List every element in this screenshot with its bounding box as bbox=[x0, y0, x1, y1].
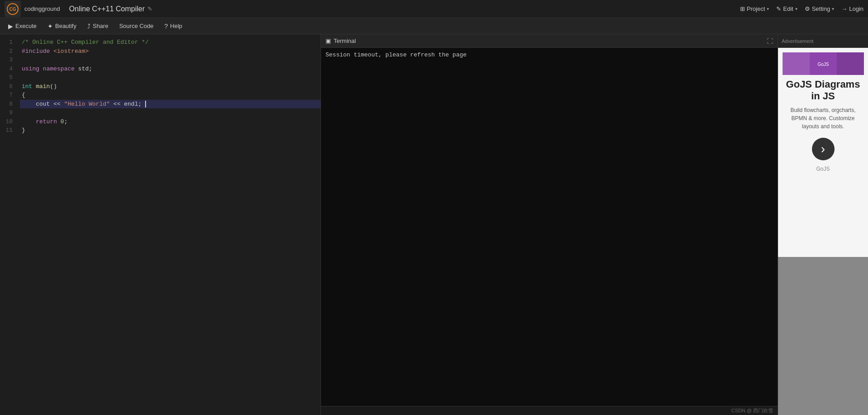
logo-area: CG codingground bbox=[5, 1, 60, 17]
terminal-pane: ▣ Terminal ⛶ Session timeout, please ref… bbox=[321, 34, 778, 415]
setting-gear-icon: ⚙ bbox=[805, 5, 810, 12]
ad-header-label: Advertisement bbox=[782, 38, 813, 44]
nav-item-project[interactable]: ⊞ Project ▾ bbox=[740, 5, 769, 12]
edit-chevron-icon: ▾ bbox=[795, 6, 797, 11]
ad-description-text: Build flowcharts, orgcharts, BPMN & more… bbox=[783, 106, 863, 131]
terminal-text: Terminal bbox=[334, 37, 356, 44]
main-area: 1234567891011 /* Online C++ Compiler and… bbox=[0, 34, 868, 415]
nav-setting-label: Setting bbox=[812, 5, 830, 12]
code-line: /* Online C++ Compiler and Editor */ bbox=[20, 38, 321, 47]
code-line bbox=[20, 108, 321, 117]
ad-title-text: GoJS Diagrams in JS bbox=[783, 79, 863, 103]
line-numbers: 1234567891011 bbox=[0, 34, 18, 415]
topbar: CG codingground Online C++11 Compiler ✎ … bbox=[0, 0, 868, 18]
terminal-icon: ▣ bbox=[326, 37, 331, 44]
help-label: Help bbox=[170, 23, 182, 29]
login-arrow-icon: → bbox=[841, 5, 847, 12]
editor-pane: 1234567891011 /* Online C++ Compiler and… bbox=[0, 34, 321, 415]
setting-chevron-icon: ▾ bbox=[832, 6, 834, 11]
ad-footer-label: GoJS bbox=[816, 166, 830, 172]
terminal-body: Session timeout, please refresh the page bbox=[321, 48, 778, 415]
beautify-icon: ✦ bbox=[47, 23, 53, 30]
svg-rect-4 bbox=[783, 52, 810, 75]
edit-pencil-icon: ✎ bbox=[776, 5, 781, 12]
execute-button[interactable]: ▶ Execute bbox=[4, 21, 41, 32]
nav-item-setting[interactable]: ⚙ Setting ▾ bbox=[805, 5, 834, 12]
help-button[interactable]: ? Help bbox=[160, 21, 187, 32]
ad-lower-section bbox=[778, 257, 868, 415]
ad-header: Advertisement bbox=[778, 34, 868, 48]
code-line: int main() bbox=[20, 82, 321, 91]
project-grid-icon: ⊞ bbox=[740, 5, 745, 12]
svg-text:CG: CG bbox=[9, 7, 16, 12]
beautify-label: Beautify bbox=[55, 23, 76, 29]
code-line: #include <iostream> bbox=[20, 47, 321, 56]
toolbar: ▶ Execute ✦ Beautify ⤴ Share Source Code… bbox=[0, 18, 868, 34]
source-code-button[interactable]: Source Code bbox=[115, 21, 158, 31]
terminal-expand-icon[interactable]: ⛶ bbox=[767, 37, 773, 45]
terminal-message: Session timeout, please refresh the page bbox=[326, 51, 467, 58]
help-question-icon: ? bbox=[165, 23, 168, 30]
share-button[interactable]: ⤴ Share bbox=[83, 21, 113, 32]
project-chevron-icon: ▾ bbox=[767, 6, 769, 11]
code-editor[interactable]: /* Online C++ Compiler and Editor */#inc… bbox=[18, 34, 321, 415]
nav-item-login[interactable]: → Login bbox=[841, 5, 863, 12]
watermark-text: CSDN @ 西门吹雪 bbox=[731, 407, 773, 414]
share-label: Share bbox=[93, 23, 108, 29]
code-line: { bbox=[20, 91, 321, 100]
source-code-label: Source Code bbox=[119, 23, 154, 29]
logo-image: CG bbox=[5, 1, 21, 17]
page-title: Online C++11 Compiler bbox=[69, 5, 145, 13]
code-line: return 0; bbox=[20, 117, 321, 126]
share-icon: ⤴ bbox=[87, 23, 90, 30]
nav-edit-label: Edit bbox=[783, 5, 793, 12]
code-area[interactable]: 1234567891011 /* Online C++ Compiler and… bbox=[0, 34, 321, 415]
nav-project-label: Project bbox=[747, 5, 765, 12]
code-line bbox=[20, 73, 321, 82]
execute-label: Execute bbox=[15, 23, 37, 29]
code-line: cout << "Hello World" << endl; bbox=[20, 100, 321, 109]
top-nav-right: ⊞ Project ▾ ✎ Edit ▾ ⚙ Setting ▾ → Login bbox=[740, 5, 863, 12]
code-line: using namespace std; bbox=[20, 65, 321, 74]
ad-chevron-right-icon: › bbox=[821, 142, 825, 156]
site-name-label: codingground bbox=[24, 5, 60, 12]
terminal-label: ▣ Terminal bbox=[326, 37, 356, 44]
nav-login-label: Login bbox=[849, 5, 863, 12]
nav-item-edit[interactable]: ✎ Edit ▾ bbox=[776, 5, 797, 12]
ad-content: GoJS GoJS Diagrams in JS Build flowchart… bbox=[778, 48, 868, 257]
execute-play-icon: ▶ bbox=[8, 23, 13, 30]
terminal-header: ▣ Terminal ⛶ bbox=[321, 34, 778, 48]
page-title-area: Online C++11 Compiler ✎ bbox=[69, 5, 740, 13]
bottom-bar: CSDN @ 西门吹雪 bbox=[321, 406, 778, 415]
code-line: } bbox=[20, 126, 321, 135]
beautify-button[interactable]: ✦ Beautify bbox=[43, 21, 81, 32]
code-line bbox=[20, 56, 321, 65]
ad-arrow-button[interactable]: › bbox=[812, 138, 835, 160]
advertisement-pane: Advertisement GoJS GoJS Diagrams in JS B… bbox=[778, 34, 868, 415]
ad-banner-image: GoJS bbox=[783, 52, 864, 75]
svg-text:GoJS: GoJS bbox=[817, 62, 829, 67]
svg-rect-6 bbox=[837, 52, 864, 75]
edit-title-icon[interactable]: ✎ bbox=[147, 5, 152, 12]
